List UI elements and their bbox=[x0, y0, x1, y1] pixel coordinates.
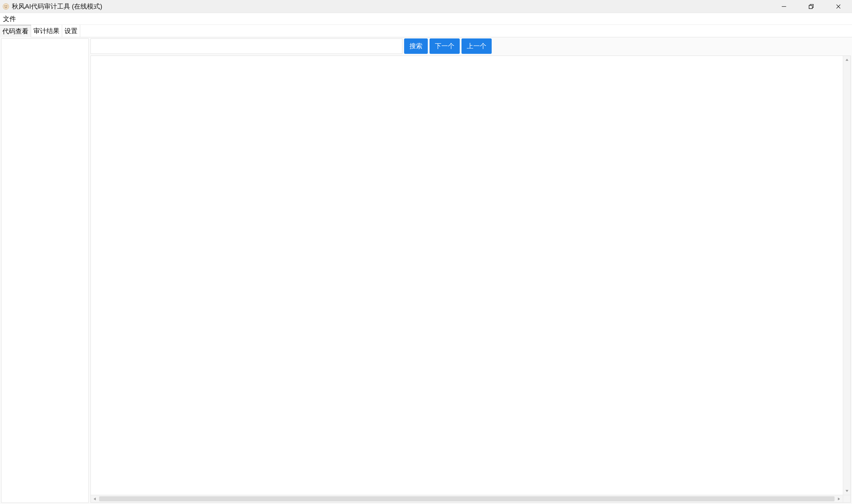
file-tree-sidebar[interactable] bbox=[1, 38, 89, 503]
tab-settings[interactable]: 设置 bbox=[62, 25, 80, 37]
tab-label: 设置 bbox=[65, 26, 77, 36]
maximize-button[interactable] bbox=[798, 0, 825, 13]
search-button[interactable]: 搜索 bbox=[404, 38, 428, 54]
tab-label: 代码查看 bbox=[2, 27, 29, 36]
titlebar: 秋风AI代码审计工具 (在线模式) bbox=[0, 0, 852, 13]
svg-marker-11 bbox=[93, 498, 95, 501]
svg-marker-9 bbox=[846, 58, 849, 61]
tabstrip: 代码查看 审计结果 设置 bbox=[0, 25, 852, 37]
window-controls bbox=[771, 0, 852, 13]
prev-button[interactable]: 上一个 bbox=[461, 38, 492, 54]
minimize-button[interactable] bbox=[771, 0, 798, 13]
vertical-scrollbar[interactable] bbox=[843, 56, 851, 495]
code-area bbox=[91, 56, 851, 503]
close-button[interactable] bbox=[825, 0, 852, 13]
tab-audit-results[interactable]: 审计结果 bbox=[31, 25, 62, 37]
scroll-right-arrow-icon[interactable] bbox=[835, 495, 843, 503]
svg-point-0 bbox=[3, 3, 9, 10]
horizontal-scrollbar[interactable] bbox=[91, 495, 843, 503]
content-area: 搜索 下一个 上一个 bbox=[91, 38, 851, 503]
svg-point-2 bbox=[6, 5, 7, 6]
main-area: 搜索 下一个 上一个 bbox=[0, 37, 852, 504]
tab-label: 审计结果 bbox=[33, 26, 59, 36]
svg-rect-5 bbox=[809, 5, 812, 8]
svg-marker-10 bbox=[846, 490, 849, 492]
scroll-up-arrow-icon[interactable] bbox=[843, 56, 851, 64]
menu-file[interactable]: 文件 bbox=[2, 13, 17, 24]
menubar: 文件 bbox=[0, 13, 852, 25]
next-button[interactable]: 下一个 bbox=[430, 38, 460, 54]
horizontal-scroll-thumb[interactable] bbox=[99, 496, 835, 501]
svg-point-1 bbox=[5, 5, 6, 6]
search-input[interactable] bbox=[91, 38, 402, 54]
scroll-down-arrow-icon[interactable] bbox=[843, 487, 851, 495]
search-row: 搜索 下一个 上一个 bbox=[91, 38, 851, 54]
scroll-left-arrow-icon[interactable] bbox=[91, 495, 98, 503]
tab-code-view[interactable]: 代码查看 bbox=[0, 25, 31, 37]
svg-marker-12 bbox=[838, 498, 840, 501]
code-viewport[interactable] bbox=[91, 56, 843, 495]
window-title: 秋风AI代码审计工具 (在线模式) bbox=[12, 2, 102, 11]
app-icon bbox=[2, 3, 10, 10]
scroll-corner bbox=[843, 495, 851, 503]
